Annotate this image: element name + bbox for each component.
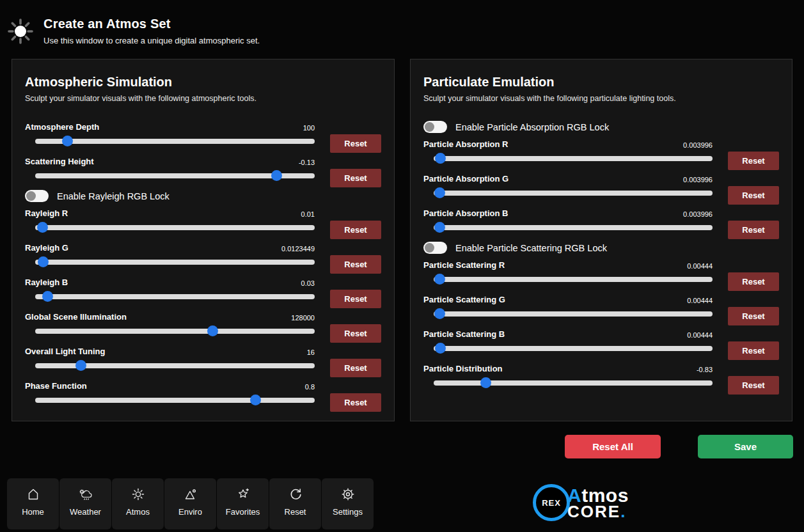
slider-track-particle-scattering-g[interactable] [434,308,713,319]
slider-track-particle-scattering-b[interactable] [434,343,713,354]
home-icon [26,487,41,502]
slider-value: 0.01 [301,210,315,218]
slider-track-atmosphere-depth[interactable] [35,136,315,146]
panel-subtitle: Sculpt your simulator visuals with the f… [423,94,779,103]
slider-thumb[interactable] [42,291,53,302]
reset-button-atmosphere-depth[interactable]: Reset [330,134,381,153]
reset-all-button[interactable]: Reset All [565,435,661,458]
slider-track-bar [434,380,713,386]
reset-button-rayleigh-b[interactable]: Reset [330,290,381,308]
slider-value: 0.003996 [683,176,713,184]
nav-item-home[interactable]: Home [7,478,59,529]
slider-thumb[interactable] [434,222,445,233]
gear-icon [340,487,356,502]
slider-thumb[interactable] [434,274,445,285]
slider-track-rayleigh-g[interactable] [35,256,315,267]
slider-track-rayleigh-b[interactable] [35,291,315,302]
slider-thumb[interactable] [435,153,446,164]
toggle-switch-enable-particle-absorption-rgb-lock[interactable] [423,121,447,133]
toggle-switch-enable-rayleigh-rgb-lock[interactable] [25,190,49,202]
slider-track-rayleigh-r[interactable] [35,222,315,233]
save-button[interactable]: Save [698,435,793,458]
slider-row-particle-absorption-r: Particle Absorption R0.003996Reset [423,138,779,170]
slider-thumb[interactable] [271,170,282,181]
slider-thumb[interactable] [207,325,218,336]
slider-track-bar [35,225,315,230]
star-plus-icon [235,487,251,502]
slider-label: Rayleigh G [25,243,68,253]
slider-row-particle-absorption-g: Particle Absorption G0.003996Reset [423,173,779,205]
slider-track-particle-scattering-r[interactable] [434,274,713,285]
slider-value: 0.8 [305,383,315,391]
reset-button-particle-scattering-b[interactable]: Reset [728,341,779,360]
slider-label: Particle Distribution [423,364,503,373]
nav-label: Home [22,507,44,517]
slider-track-bar [434,277,713,282]
sun-outline-icon [130,487,146,502]
nav-label: Favorites [226,507,260,517]
slider-label: Particle Scattering G [423,295,505,304]
rex-atmoscore-logo: REX Atmos CORE. [533,481,629,524]
slider-label: Atmosphere Depth [25,122,99,132]
toggle-knob [425,243,434,253]
slider-thumb[interactable] [480,377,491,388]
nav-item-settings[interactable]: Settings [322,478,374,529]
slider-row-atmosphere-depth: Atmosphere Depth100Reset [25,121,381,153]
slider-thumb[interactable] [62,136,73,146]
slider-value: 0.00444 [687,331,713,339]
reset-button-phase-function[interactable]: Reset [330,393,381,412]
slider-value: 0.003996 [683,141,713,149]
toggle-label: Enable Particle Scattering RGB Lock [455,243,607,253]
slider-thumb[interactable] [434,187,445,198]
slider-track-scattering-height[interactable] [35,170,315,181]
reset-button-particle-scattering-r[interactable]: Reset [728,272,779,291]
slider-track-bar [35,139,315,144]
slider-thumb[interactable] [37,222,48,233]
toggle-knob [26,191,36,201]
reset-button-overall-light-tuning[interactable]: Reset [330,359,381,377]
slider-value: 0.003996 [683,210,713,218]
reset-button-rayleigh-g[interactable]: Reset [330,255,381,274]
toggle-row-enable-particle-absorption-rgb-lock: Enable Particle Absorption RGB Lock [423,121,779,133]
reset-button-global-scene-illumination[interactable]: Reset [330,324,381,343]
reset-button-particle-scattering-g[interactable]: Reset [728,307,779,325]
nav-item-atmos[interactable]: Atmos [112,478,164,529]
nav-item-reset[interactable]: Reset [269,478,321,529]
slider-thumb[interactable] [435,343,446,354]
slider-track-phase-function[interactable] [35,395,315,405]
slider-track-bar [434,225,713,230]
slider-track-bar [35,329,315,334]
sun-icon [6,17,35,45]
nav-item-weather[interactable]: Weather [59,478,111,529]
slider-label: Phase Function [25,381,87,391]
slider-track-bar [434,346,713,351]
reset-button-particle-absorption-g[interactable]: Reset [728,186,779,205]
reset-button-rayleigh-r[interactable]: Reset [330,221,381,239]
reset-button-particle-distribution[interactable]: Reset [728,376,779,395]
bottom-nav: HomeWeatherAtmosEnviroFavoritesResetSett… [7,478,374,529]
slider-row-overall-light-tuning: Overall Light Tuning16Reset [25,345,381,377]
nav-item-favorites[interactable]: Favorites [217,478,269,529]
slider-track-particle-absorption-b[interactable] [434,222,713,233]
slider-thumb[interactable] [75,360,86,371]
slider-track-global-scene-illumination[interactable] [35,325,315,336]
slider-thumb[interactable] [250,395,261,405]
slider-label: Overall Light Tuning [25,347,105,356]
slider-thumb[interactable] [434,308,445,319]
mountain-icon [183,487,198,502]
slider-label: Rayleigh R [25,208,68,218]
slider-thumb[interactable] [38,256,49,267]
nav-item-enviro[interactable]: Enviro [164,478,216,529]
slider-track-particle-absorption-g[interactable] [434,187,713,198]
action-buttons: Reset All Save [565,435,793,458]
reset-button-particle-absorption-b[interactable]: Reset [728,221,779,239]
slider-track-particle-absorption-r[interactable] [434,153,713,164]
slider-track-overall-light-tuning[interactable] [35,360,315,371]
slider-row-global-scene-illumination: Global Scene Illumination128000Reset [25,311,381,343]
slider-value: 0.03 [301,279,315,287]
slider-track-particle-distribution[interactable] [434,377,713,388]
slider-row-particle-scattering-g: Particle Scattering G0.00444Reset [423,293,779,325]
reset-button-scattering-height[interactable]: Reset [330,169,381,187]
toggle-switch-enable-particle-scattering-rgb-lock[interactable] [423,242,447,254]
reset-button-particle-absorption-r[interactable]: Reset [728,152,779,170]
